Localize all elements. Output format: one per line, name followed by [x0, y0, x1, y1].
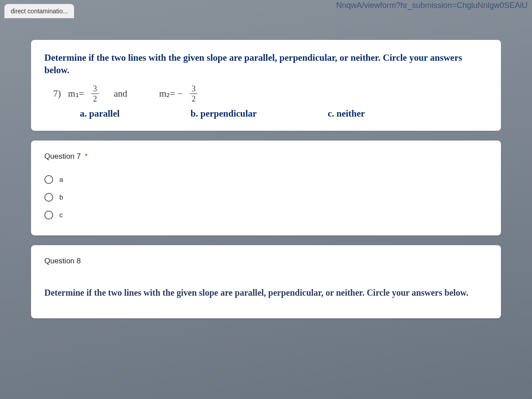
choice-a: a. parallel [80, 108, 120, 119]
radio-icon[interactable] [44, 211, 53, 219]
instruction-text: Determine if the two lines with the give… [44, 51, 488, 77]
option-a-label: a [59, 176, 63, 183]
m2-label: m₂= − [159, 88, 183, 99]
problem-row: 7) m₁= 3 2 and m₂= − 3 2 [53, 85, 488, 103]
m2-fraction: 3 2 [190, 85, 197, 103]
question-7-card: Question 7 * a b c [31, 141, 501, 235]
answer-choices: a. parallel b. perpendicular c. neither [80, 108, 488, 119]
m1-fraction: 3 2 [91, 85, 99, 103]
option-b-row[interactable]: b [44, 188, 488, 206]
option-b-label: b [59, 193, 63, 201]
and-text: and [114, 88, 127, 99]
url-fragment: NnqwA/viewform?hr_submission=ChgluNnlgw0… [336, 1, 528, 10]
problem-card: Determine if the two lines with the give… [31, 40, 501, 131]
option-c-row[interactable]: c [44, 206, 488, 224]
radio-icon[interactable] [44, 175, 53, 184]
form-container: Determine if the two lines with the give… [0, 22, 532, 318]
m2-denominator: 2 [190, 94, 197, 103]
question-8-title: Question 8 [44, 257, 488, 266]
question-8-card: Question 8 Determine if the two lines wi… [31, 245, 501, 318]
m1-label: m₁= [68, 88, 84, 99]
option-a-row[interactable]: a [44, 171, 488, 188]
m1-denominator: 2 [91, 94, 99, 103]
problem-number: 7) [53, 88, 61, 99]
radio-icon[interactable] [44, 193, 53, 202]
question-7-title-text: Question 7 [44, 152, 81, 160]
option-c-label: c [59, 211, 63, 219]
browser-tab[interactable]: direct contaminatio... [4, 4, 74, 18]
question-7-title: Question 7 * [44, 152, 488, 161]
m1-numerator: 3 [91, 85, 99, 94]
m2-numerator: 3 [190, 85, 197, 94]
choice-b: b. perpendicular [191, 108, 257, 119]
required-asterisk: * [85, 152, 88, 160]
question-8-instruction: Determine if the two lines with the give… [44, 287, 488, 299]
choice-c: c. neither [328, 108, 365, 119]
